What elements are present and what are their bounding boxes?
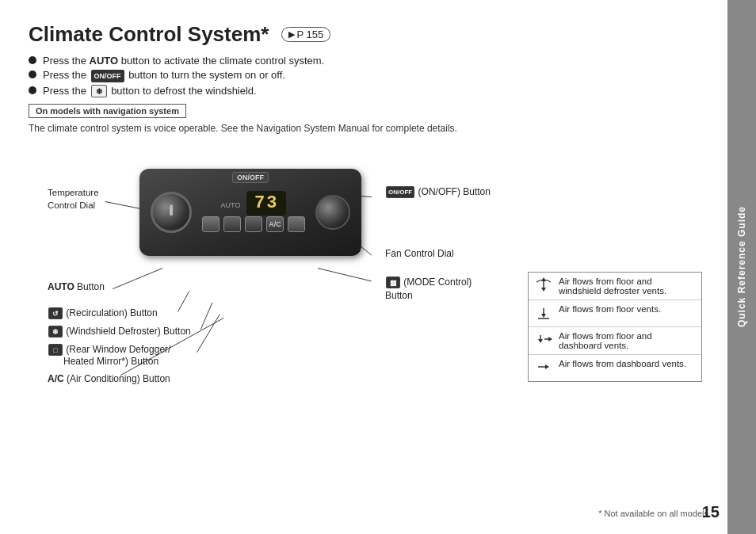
diagram-area: AUTO 73 A/C ON/OFF — [29, 145, 702, 414]
arrow-icon: ▶ — [288, 29, 295, 40]
svg-marker-14 — [548, 337, 552, 341]
svg-marker-11 — [541, 314, 546, 318]
mode-row-3: Air flows from floor and dashboard vents… — [529, 327, 701, 355]
mode-icon-3 — [535, 332, 552, 349]
mode-icon-1 — [535, 277, 552, 295]
svg-line-1 — [113, 269, 162, 289]
svg-marker-15 — [545, 364, 549, 369]
label-mode-button: ▦ (MODE Control)Button — [385, 276, 472, 303]
sidebar-label: Quick Reference Guide — [736, 206, 747, 327]
mode-icon-4 — [535, 360, 552, 377]
onoff-icon-label: ON/OFF — [386, 186, 414, 198]
bullet-dot — [29, 71, 36, 78]
recirc-icon-label: ↺ — [48, 307, 63, 319]
mode-icon-2 — [535, 305, 552, 322]
temperature-display: 73 — [246, 191, 286, 216]
nav-note-label: On models with navigation system — [36, 106, 179, 116]
bullet-dot — [29, 86, 36, 94]
auto-display-label: AUTO — [221, 201, 241, 209]
label-windshield-button: ❄ (Windshield Defroster) Button — [48, 326, 191, 338]
label-recirc-button: ↺ (Recirculation) Button — [48, 307, 158, 319]
label-onoff-button: ON/OFF (ON/OFF) Button — [385, 186, 491, 198]
onoff-btn-icon: ON/OFF — [91, 70, 124, 82]
not-available-note: * Not available on all models — [598, 509, 708, 518]
windshield-icon-label: ❄ — [48, 326, 63, 338]
bullet-item-2: Press the ON/OFF button to turn the syst… — [29, 69, 702, 82]
label-auto-button: AUTO Button — [48, 281, 105, 292]
rear-defog-btn[interactable] — [245, 216, 262, 232]
control-unit-body: AUTO 73 A/C ON/OFF — [139, 169, 361, 256]
ac-button[interactable]: A/C — [266, 216, 284, 232]
svg-line-4 — [197, 315, 220, 353]
defrost-btn-icon: ❄ — [91, 85, 107, 97]
rear-icon-label: □ — [48, 344, 63, 356]
svg-line-2 — [178, 292, 189, 312]
nav-note-text: The climate control system is voice oper… — [29, 123, 702, 134]
bullet-item-1: Press the AUTO button to activate the cl… — [29, 55, 702, 67]
bullet-item-3: Press the ❄ button to defrost the windsh… — [29, 85, 702, 98]
mode-text-4: Air flows from dashboard vents. — [559, 359, 686, 368]
page-reference: ▶ P 155 — [281, 27, 330, 42]
label-rear-button: □ (Rear Window Defogger/ Heated Mirror*)… — [48, 344, 170, 367]
svg-marker-10 — [541, 288, 546, 292]
page-title: Climate Control System* ▶ P 155 — [29, 22, 702, 47]
mode-panel: Air flows from floor and windshield defr… — [528, 272, 702, 382]
title-text: Climate Control System* — [29, 22, 269, 47]
onoff-button[interactable]: ON/OFF — [232, 172, 269, 183]
mode-row-4: Air flows from dashboard vents. — [529, 355, 701, 381]
mode-row-1: Air flows from floor and windshield defr… — [529, 273, 701, 300]
svg-marker-13 — [538, 339, 543, 343]
label-fan-control: Fan Control Dial — [385, 248, 454, 259]
recirc-btn[interactable] — [202, 216, 220, 232]
defroster-btn[interactable] — [223, 216, 241, 232]
mode-text-3: Air flows from floor and dashboard vents… — [559, 331, 695, 350]
bullet-list: Press the AUTO button to activate the cl… — [29, 55, 702, 97]
mode-btn[interactable] — [288, 216, 305, 232]
svg-line-8 — [318, 269, 372, 281]
dash-icon — [535, 360, 552, 374]
floor-dash-icon — [535, 332, 552, 346]
floor-windshield-icon — [535, 277, 552, 292]
mode-text-1: Air flows from floor and windshield defr… — [559, 277, 695, 296]
page-number: 15 — [702, 503, 720, 521]
svg-line-3 — [200, 303, 212, 330]
bullet-dot — [29, 56, 36, 64]
label-ac-button: A/C (Air Conditioning) Button — [48, 373, 170, 384]
main-content: Climate Control System* ▶ P 155 Press th… — [0, 0, 727, 534]
mode-row-2: Air flows from floor vents. — [529, 300, 701, 327]
center-buttons: A/C — [202, 216, 305, 232]
fan-dial[interactable] — [315, 195, 350, 230]
auto-bold: AUTO — [90, 55, 119, 67]
nav-note-box: On models with navigation system — [29, 104, 186, 118]
mode-icon-label: ▦ — [386, 277, 400, 288]
center-panel: AUTO 73 A/C — [192, 193, 315, 232]
floor-icon — [535, 305, 552, 319]
control-unit: AUTO 73 A/C ON/OFF — [139, 169, 361, 264]
label-temp-control-dial: TemperatureControl Dial — [48, 186, 99, 212]
temp-dial[interactable] — [151, 192, 192, 233]
sidebar: Quick Reference Guide — [727, 0, 756, 534]
mode-text-2: Air flows from floor vents. — [559, 304, 661, 314]
